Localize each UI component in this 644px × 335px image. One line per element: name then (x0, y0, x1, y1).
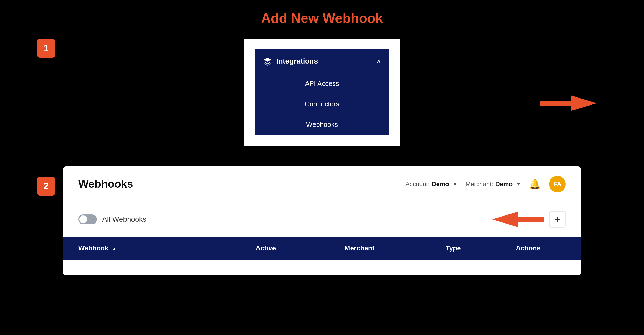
merchant-value: Demo (495, 180, 513, 188)
account-selector[interactable]: Account: Demo ▼ (405, 180, 457, 188)
svg-marker-0 (540, 95, 597, 111)
merchant-selector[interactable]: Merchant: Demo ▼ (466, 180, 521, 188)
nav-item-api-access[interactable]: API Access (255, 73, 389, 94)
col-header-actions: Actions (491, 244, 566, 252)
layers-icon (263, 57, 272, 66)
webhooks-header: Webhooks Account: Demo ▼ Merchant: Demo … (63, 166, 581, 202)
merchant-dropdown-icon: ▼ (516, 182, 521, 187)
webhooks-page-title: Webhooks (78, 178, 405, 190)
nav-item-connectors[interactable]: Connectors (255, 94, 389, 114)
account-value: Demo (432, 180, 449, 188)
arrow-indicator-1 (540, 93, 597, 115)
toggle-knob (79, 215, 87, 223)
col-header-active: Active (228, 244, 303, 252)
col-header-webhook: Webhook ▲ (78, 244, 228, 252)
table-header: Webhook ▲ Active Merchant Type Actions (63, 237, 581, 260)
table-body (63, 260, 581, 275)
nav-chevron-up-icon: ∧ (376, 58, 381, 65)
toggle-section: All Webhooks (78, 214, 146, 224)
section-1: 1 Integrations ∧ API Access Connectors (37, 39, 607, 146)
notification-bell-icon[interactable]: 🔔 (529, 179, 541, 190)
add-btn-section: + (492, 210, 566, 228)
step-badge-2: 2 (37, 177, 55, 196)
webhooks-toolbar: All Webhooks + (63, 202, 581, 237)
all-webhooks-label: All Webhooks (102, 215, 146, 224)
step-badge-1: 1 (37, 39, 55, 58)
col-header-merchant: Merchant (303, 244, 416, 252)
sort-icon: ▲ (112, 246, 117, 252)
nav-header-left: Integrations (263, 57, 318, 66)
nav-panel: Integrations ∧ API Access Connectors Web… (255, 49, 389, 135)
merchant-label: Merchant: (466, 180, 493, 188)
nav-header-title: Integrations (276, 57, 318, 65)
header-right: Account: Demo ▼ Merchant: Demo ▼ 🔔 FA (405, 176, 566, 192)
all-webhooks-toggle[interactable] (78, 214, 97, 224)
nav-item-webhooks[interactable]: Webhooks (255, 114, 389, 135)
account-dropdown-icon: ▼ (453, 182, 457, 187)
webhooks-panel: Webhooks Account: Demo ▼ Merchant: Demo … (63, 166, 581, 275)
col-header-type: Type (416, 244, 491, 252)
nav-header[interactable]: Integrations ∧ (255, 49, 389, 73)
section-2: 2 Webhooks Account: Demo ▼ Merchant: Dem… (37, 166, 607, 275)
avatar[interactable]: FA (549, 176, 566, 192)
arrow-indicator-2 (492, 210, 544, 228)
svg-marker-1 (492, 212, 544, 227)
add-webhook-button[interactable]: + (549, 211, 566, 228)
page-title: Add New Webhook (261, 10, 383, 26)
account-label: Account: (405, 180, 430, 188)
section-1-content: Integrations ∧ API Access Connectors Web… (244, 39, 400, 146)
